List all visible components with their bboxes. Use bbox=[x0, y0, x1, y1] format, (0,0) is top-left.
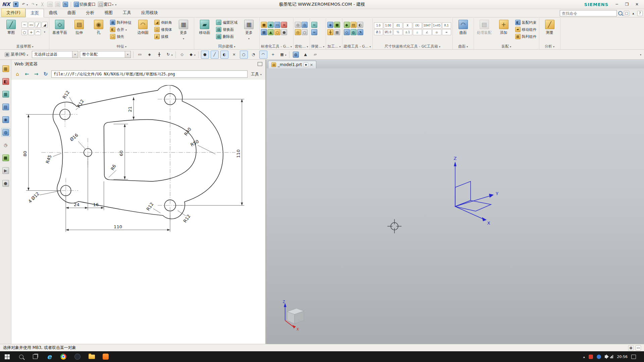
tab-home[interactable]: 主页 bbox=[25, 9, 44, 17]
gear-tool-icon[interactable] bbox=[302, 22, 308, 28]
touch-mode-icon[interactable] bbox=[1, 179, 10, 188]
plane-display-icon[interactable] bbox=[311, 51, 319, 59]
dim-format-icon[interactable]: 1.0 bbox=[374, 22, 383, 28]
gear-tool-icon[interactable] bbox=[295, 22, 301, 28]
redo-button[interactable] bbox=[30, 1, 38, 7]
zoom-icon[interactable] bbox=[146, 51, 154, 59]
dim-format-icon[interactable]: (X) bbox=[413, 22, 422, 28]
magnet-snap-icon[interactable] bbox=[292, 51, 300, 59]
home-icon[interactable] bbox=[14, 70, 21, 78]
dim-format-icon[interactable]: 1.00 bbox=[384, 22, 393, 28]
tab-view[interactable]: 视图 bbox=[99, 8, 118, 17]
chrome-app-button[interactable] bbox=[56, 351, 70, 362]
dim-format-icon[interactable]: ∠ bbox=[423, 29, 432, 35]
wireframe-icon[interactable] bbox=[178, 51, 186, 59]
taskbar-search-button[interactable] bbox=[14, 351, 28, 362]
copy-button[interactable] bbox=[47, 1, 53, 7]
dim-format-icon[interactable]: ±.1 bbox=[403, 29, 412, 35]
dim-format-icon[interactable]: ≡ bbox=[442, 29, 451, 35]
move-component-button[interactable]: 移动组件 bbox=[514, 26, 538, 33]
status-notes-icon[interactable] bbox=[636, 345, 641, 351]
tab-app-modules[interactable]: 应用模块 bbox=[136, 8, 163, 17]
dim-format-icon[interactable]: ½ bbox=[393, 29, 402, 35]
clock[interactable]: 20:56 bbox=[617, 355, 628, 359]
shell-button[interactable]: 抽壳 bbox=[109, 33, 132, 40]
process-assembly-button[interactable]: 处理装配 bbox=[475, 19, 493, 36]
dim-format-icon[interactable]: 10H7 bbox=[423, 22, 432, 28]
dark-app-button[interactable] bbox=[70, 351, 85, 362]
unite-button[interactable]: 合并 bbox=[109, 26, 132, 33]
trim-body-button[interactable]: 修剪体 bbox=[153, 26, 173, 33]
datum-display-icon[interactable] bbox=[302, 51, 310, 59]
studio-spline-icon[interactable] bbox=[21, 22, 28, 28]
std-tool-icon[interactable] bbox=[281, 29, 287, 35]
selection-scope-combo[interactable]: 整个装配 bbox=[80, 51, 131, 58]
file-explorer-button[interactable] bbox=[85, 351, 99, 362]
std-tool-icon[interactable] bbox=[274, 22, 280, 28]
dim-format-icon[interactable]: Ø.1 bbox=[374, 29, 383, 35]
search-icon[interactable] bbox=[618, 11, 623, 15]
task-view-button[interactable] bbox=[28, 351, 42, 362]
forward-icon[interactable] bbox=[33, 70, 40, 78]
modeling-tool-icon[interactable] bbox=[351, 29, 357, 35]
machining-tool-icon[interactable] bbox=[327, 22, 333, 28]
window-menu-button[interactable]: 窗口 bbox=[97, 1, 114, 8]
line-tool-icon[interactable] bbox=[35, 22, 41, 28]
sketch-chamfer-icon[interactable] bbox=[42, 22, 48, 28]
snap-tangent-icon[interactable] bbox=[259, 51, 267, 59]
part-tab-close-icon[interactable]: × bbox=[310, 63, 313, 67]
point-tool-icon[interactable] bbox=[28, 29, 34, 35]
shaded-icon[interactable] bbox=[188, 51, 196, 59]
cut-button[interactable] bbox=[39, 1, 46, 7]
undo-dropdown-arrow[interactable] bbox=[26, 2, 28, 7]
tab-tools[interactable]: 工具 bbox=[118, 8, 136, 17]
edge-app-button[interactable] bbox=[42, 351, 56, 362]
assembly-navigator-icon[interactable] bbox=[1, 64, 10, 73]
tray-app-icon-blue[interactable] bbox=[597, 355, 601, 359]
snap-point-icon[interactable] bbox=[201, 51, 209, 59]
std-tool-icon[interactable] bbox=[268, 29, 274, 35]
feature-more-button[interactable]: 更多 bbox=[174, 19, 193, 41]
help-icon[interactable] bbox=[637, 11, 643, 16]
tray-app-icon-red[interactable] bbox=[589, 355, 593, 359]
hole-button[interactable]: 孔 bbox=[90, 19, 108, 36]
snap-grid-icon[interactable] bbox=[279, 51, 287, 59]
dim-format-icon[interactable]: Ø1.0 bbox=[384, 29, 393, 35]
group-label-surface[interactable]: 曲面 bbox=[454, 44, 472, 49]
address-input[interactable] bbox=[51, 70, 248, 78]
web-browser-icon[interactable] bbox=[1, 128, 10, 137]
constraint-navigator-icon[interactable] bbox=[1, 77, 10, 86]
std-tool-icon[interactable] bbox=[268, 22, 274, 28]
gear-tool-icon[interactable] bbox=[295, 29, 301, 35]
fit-window-icon[interactable] bbox=[136, 51, 144, 59]
sketch-button[interactable]: 草图 bbox=[2, 19, 20, 36]
tab-curve[interactable]: 曲线 bbox=[44, 8, 62, 17]
offset-region-button[interactable]: 偏置区域 bbox=[215, 19, 238, 26]
group-label-feature[interactable]: 特征 bbox=[51, 44, 193, 49]
undock-panel-icon[interactable] bbox=[258, 62, 262, 66]
minimize-button[interactable]: ─ bbox=[612, 1, 622, 8]
selection-filter-arrow[interactable] bbox=[72, 51, 78, 58]
tab-surface[interactable]: 曲面 bbox=[62, 8, 81, 17]
dim-format-icon[interactable]: ⊥ bbox=[413, 29, 422, 35]
tab-file[interactable]: 文件(F) bbox=[1, 8, 25, 17]
dim-format-icon[interactable]: R.1 bbox=[442, 22, 451, 28]
measure-button[interactable]: 测量 bbox=[541, 19, 559, 36]
group-label-synchronous[interactable]: 同步建模 bbox=[196, 44, 258, 49]
part-tab[interactable]: _model1.prt × bbox=[268, 61, 316, 68]
minimize-ribbon-icon[interactable] bbox=[631, 11, 636, 16]
refresh-icon[interactable] bbox=[42, 70, 49, 78]
browser-tools-button[interactable]: 工具 bbox=[250, 71, 263, 78]
view-triad[interactable]: Z X bbox=[280, 300, 310, 331]
group-label-assembly[interactable]: 装配 bbox=[475, 44, 538, 49]
hd3d-tools-icon[interactable] bbox=[1, 115, 10, 124]
modeling-canvas[interactable]: Z Y X Z X bbox=[266, 68, 644, 344]
history-icon[interactable] bbox=[1, 141, 10, 149]
paste-button[interactable] bbox=[54, 1, 61, 7]
tray-overflow-icon[interactable] bbox=[583, 355, 585, 359]
selection-filter-combo[interactable]: 无选择过滤器 bbox=[32, 51, 78, 58]
dim-format-icon[interactable]: .01 bbox=[393, 22, 402, 28]
rectangle-tool-icon[interactable] bbox=[28, 22, 34, 28]
group-label-gc-toolbox[interactable]: 尺寸快速格式化工具 - GC工具箱 bbox=[374, 44, 451, 49]
draft-button[interactable]: 拔模 bbox=[153, 33, 173, 40]
